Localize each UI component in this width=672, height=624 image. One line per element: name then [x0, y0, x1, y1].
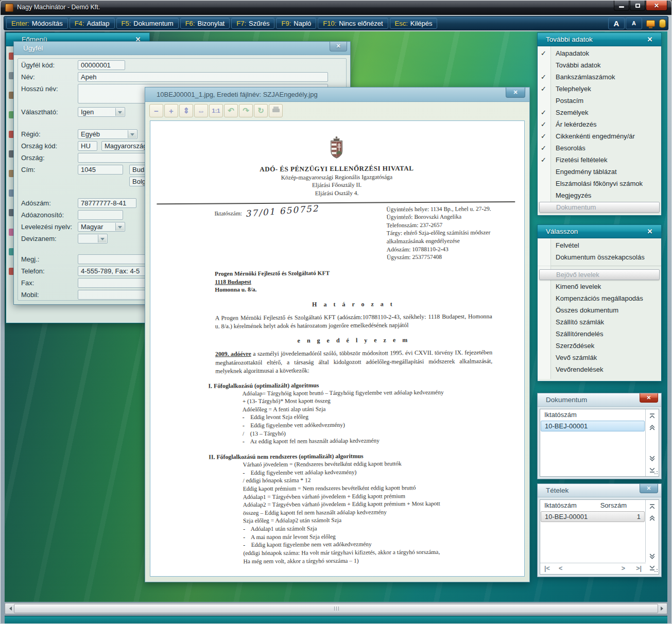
table-row-selected[interactable]: 10-BEJ-000011 [541, 511, 645, 522]
item-label: Bankszámlaszámok [556, 73, 615, 81]
viewer-close-button[interactable]: ✕ [506, 88, 525, 98]
menu-item-szallitorendeles[interactable]: Szállítórendelés [538, 328, 661, 340]
actual-size-button[interactable]: 1:1 [209, 104, 223, 117]
font-small-button[interactable]: A [626, 18, 642, 29]
fit-vertical-button[interactable]: ⇕ [179, 104, 193, 117]
tovabbi-adatok-close-button[interactable]: ✕ [645, 33, 655, 46]
dropdown-button[interactable] [98, 235, 107, 242]
list-item-cikkenkenti-engedmeny[interactable]: ✓Cikkenkénti engedmény/ár [538, 130, 661, 142]
menu-item-naplo[interactable]: F9:Napló [276, 18, 316, 29]
dokumentum-close-button[interactable]: ✕ [640, 393, 658, 403]
col-iktatoszam: Iktatószám [544, 409, 577, 421]
list-item-besorolas[interactable]: ✓Besorolás [538, 142, 661, 154]
list-item-bankszamlaszamok[interactable]: ✓Bankszámlaszámok [538, 71, 661, 83]
menu-item-szures[interactable]: F7:Szűrés [231, 18, 274, 29]
nav-prev-button[interactable]: < [559, 565, 562, 572]
dropdown-button[interactable] [115, 108, 124, 116]
list-item-engedmeny-tablazat[interactable]: Engedmény táblázat [538, 166, 661, 178]
menu-item-nincs-elonezet[interactable]: F10:Nincs előnézet [318, 18, 388, 29]
scroll-pagedown-button[interactable] [647, 551, 657, 561]
menu-item-szallito-szamlak[interactable]: Szállító számlák [538, 316, 661, 328]
table-row-selected[interactable]: 10-BEJ-00001 [541, 421, 645, 431]
valasszon-close-button[interactable]: ✕ [645, 225, 655, 238]
minimize-button[interactable] [614, 1, 629, 11]
menu-item-vevorendelesek[interactable]: Vevőrendelések [538, 363, 661, 375]
monitor-icon[interactable] [646, 20, 655, 27]
close-button[interactable]: ✕ [646, 1, 667, 11]
menu-item-dokumentum-osszekapcsolas[interactable]: Dokumentum összekapcsolás [538, 251, 661, 263]
zoom-in-button[interactable]: + [164, 104, 178, 117]
list-item-dokumentum-selected[interactable]: Dokumentum [539, 202, 660, 213]
scrollbar-thumb[interactable] [14, 604, 658, 613]
list-item-tovabbi-adatok[interactable]: További adatok [538, 59, 661, 71]
dokumentum-titlebar[interactable]: Dokumentum ✕ [538, 393, 661, 407]
zoom-out-button[interactable]: − [149, 104, 163, 117]
scroll-top-button[interactable] [647, 502, 657, 511]
scroll-left-button[interactable] [5, 603, 13, 614]
scroll-pagedown-button[interactable] [647, 454, 657, 463]
dropdown-button[interactable] [115, 223, 124, 231]
fit-horizontal-button[interactable]: ⇔ [194, 104, 208, 117]
scroll-pageup-button[interactable] [647, 423, 657, 432]
menu-item-bizonylat[interactable]: F6:Bizonylat [180, 18, 230, 29]
viewer-canvas[interactable]: ADÓ- ÉS PÉNZÜGYI ELLENŐRZÉSI HIVATAL Köz… [150, 120, 525, 577]
adoazonosito-input[interactable] [78, 210, 123, 220]
ugyfel-titlebar[interactable]: Ügyfél ✕ [14, 42, 350, 55]
menu-item-kimeno-levelek[interactable]: Kimenő levelek [538, 281, 661, 292]
iranyitoszam-input[interactable]: 1045 [78, 165, 123, 175]
column-header[interactable]: Iktatószám [540, 409, 645, 421]
rotate-left-button[interactable]: ↶ [224, 104, 238, 117]
scroll-right-button[interactable] [659, 603, 667, 614]
nev-input[interactable]: Apeh [78, 72, 328, 82]
menu-item-kilepes[interactable]: Esc:Kilépés [390, 18, 438, 29]
viewer-titlebar[interactable]: 10BEJ00001_1.jpg, Eredeti fájlnév: SZJAE… [145, 88, 529, 102]
valaszthato-select[interactable]: Igen [78, 107, 125, 117]
maximize-button[interactable] [630, 1, 645, 11]
menu-item-vevo-szamlak[interactable]: Vevő számlák [538, 352, 661, 363]
resize-grip[interactable] [653, 471, 658, 475]
levelezesi-nyelv-select[interactable]: Magyar [78, 222, 125, 232]
tovabbi-adatok-titlebar[interactable]: További adatok ✕ [538, 33, 661, 46]
dropdown-button[interactable] [128, 130, 136, 138]
list-item-fizetesi-feltetelek[interactable]: ✓Fizetési feltételek [538, 154, 661, 166]
menu-item-bejovo-levelek-selected[interactable]: Bejövő levelek [539, 269, 660, 280]
list-item-megjegyzes[interactable]: Megjegyzés [538, 189, 661, 201]
menu-item-dokumentum[interactable]: F5:Dokumentum [116, 18, 179, 29]
nav-last-button[interactable]: >| [636, 565, 642, 572]
rotate-right-button[interactable]: ↷ [239, 104, 253, 117]
font-large-button[interactable]: A [608, 18, 625, 29]
resize-grip[interactable] [653, 569, 658, 573]
ugyfel-kod-input[interactable]: 00000001 [78, 60, 125, 70]
adoszam-input[interactable]: 78777777-8-41 [78, 198, 136, 208]
tetelek-close-button[interactable]: ✕ [640, 484, 658, 493]
menu-item-osszes-dokumentum[interactable]: Összes dokumentum [538, 304, 661, 316]
list-item-elszamolasi-fokonyvi[interactable]: Elszámolási főkönyvi számok [538, 178, 661, 189]
database-icon[interactable] [659, 19, 666, 28]
menu-item-szerzodesek[interactable]: Szerződések [538, 340, 661, 352]
print-button[interactable] [269, 104, 283, 117]
menu-item-adatlap[interactable]: F4:Adatlap [70, 18, 115, 29]
regio-select[interactable]: Egyéb [78, 129, 137, 139]
scroll-pageup-button[interactable] [647, 513, 657, 523]
list-item-alapadatok[interactable]: ✓Alapadatok [538, 47, 661, 59]
list-item-telephelyek[interactable]: ✓Telephelyek [538, 83, 661, 95]
list-item-postacim[interactable]: Postacím [538, 95, 661, 107]
ugyfel-close-button[interactable]: ✕ [330, 42, 347, 51]
main-titlebar[interactable]: Nagy Machinátor - Demó Kft. ✕ [1, 1, 671, 15]
column-header[interactable]: IktatószámSorszám [540, 500, 645, 511]
menu-item-modositas[interactable]: Enter:Módosítás [6, 18, 68, 29]
orszag-kod-input[interactable]: HU [78, 141, 97, 151]
nav-next-button[interactable]: > [622, 565, 625, 572]
valasszon-titlebar[interactable]: Válasszon ✕ [538, 225, 661, 238]
list-item-ar-lekerdezes[interactable]: ✓Ár lekérdezés [538, 118, 661, 130]
list-item-szemelyek[interactable]: ✓Személyek [538, 107, 661, 118]
horizontal-scrollbar[interactable] [5, 603, 667, 614]
devizanem-select[interactable] [78, 234, 108, 244]
rotate-180-button[interactable]: ↻ [254, 104, 268, 117]
nav-first-button[interactable]: |< [544, 565, 550, 572]
item-label: Engedmény táblázat [556, 168, 617, 176]
menu-item-kompenzacios-megallapodas[interactable]: Kompenzációs megállapodás [538, 292, 661, 304]
tetelek-titlebar[interactable]: Tételek ✕ [538, 484, 661, 497]
menu-item-felvetel[interactable]: Felvétel [538, 239, 661, 251]
scroll-top-button[interactable] [647, 411, 657, 421]
